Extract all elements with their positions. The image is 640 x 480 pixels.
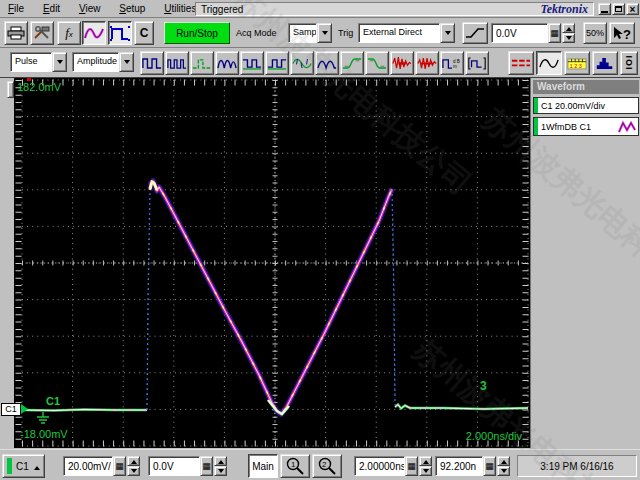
meas-pos-width-button[interactable] [140,51,164,75]
spin-up-button[interactable] [419,456,432,466]
vertical-scale-keypad-button[interactable]: ▦ [113,456,126,476]
meas-dbm-button[interactable]: d Bm [440,51,464,75]
mag1-zoom-button[interactable]: 1 [280,454,310,478]
vertical-offset-field[interactable]: 0.0V [148,456,200,476]
arrow-down-icon [218,469,224,476]
c-button-label: C [140,26,149,40]
context-help-button[interactable]: ? [609,22,635,44]
menu-view[interactable]: View [71,0,109,16]
channel-select-button[interactable]: C1 [2,454,45,478]
minimize-button[interactable] [598,3,611,15]
cursors-button[interactable] [508,51,534,75]
spin-up-button[interactable] [497,456,510,466]
spin-up-button[interactable] [127,456,140,466]
menu-edit[interactable]: Edit [35,0,68,16]
tools-icon [33,26,51,40]
meas-high-button[interactable] [240,51,264,75]
meas-noise-button[interactable] [290,51,314,75]
channel-color-stripe [534,98,538,113]
trig-label: Trig [338,26,353,38]
run-stop-button[interactable]: Run/Stop [164,22,230,44]
spin-up-button[interactable] [214,456,227,466]
noisy-wave-icon [292,56,312,71]
trigger-position-field[interactable]: 92.200n [435,456,483,476]
measure-123-icon: 1 2 3 [567,56,587,71]
graticule-display: 182.0mV -18.00mV 2.000ns/div 3 C1 [14,78,530,448]
histogram-button[interactable] [592,51,618,75]
top-voltage-label: 182.0mV [17,81,61,93]
meas-single-pulse-button[interactable] [190,51,214,75]
acq-mode-value: Sample [288,23,317,43]
spin-up-button[interactable] [562,23,575,33]
math-fx-button[interactable]: fx [57,21,81,45]
measure-class-dropdown-button[interactable] [52,52,67,72]
meas-amplitude-button[interactable] [315,51,339,75]
horizontal-scale-field[interactable]: 2.00000ns [354,456,405,476]
svg-text:2: 2 [322,460,327,469]
spin-down-button[interactable] [214,466,227,476]
meas-gated-button[interactable] [465,51,489,75]
c-button[interactable]: C [134,21,154,45]
measure-type-select[interactable]: Amplitude [72,52,134,72]
meas-jitter-button[interactable] [390,51,414,75]
restore-button[interactable] [612,3,625,15]
trig-slope-button[interactable] [462,22,488,44]
trig-source-dropdown-button[interactable] [440,23,455,43]
waveform-scale-row[interactable]: C1 20.00mV/div [533,97,639,114]
measure-readout-button[interactable]: 1 2 3 [564,51,590,75]
vertical-scale-value: 20.00mV/ [68,461,111,472]
set-level-50-button[interactable]: 50% [583,22,607,44]
keypad-icon: ▦ [407,461,416,471]
acq-mode-dropdown-button[interactable] [317,23,332,43]
chevron-down-icon [57,60,63,67]
measure-class-select[interactable]: Pulse [10,52,67,72]
acq-mode-select[interactable]: Sample [288,23,332,43]
trig-level-keypad-button[interactable]: ▦ [548,23,561,43]
rising-edge-icon [465,26,485,40]
spin-down-button[interactable] [419,466,432,476]
trigger-position-keypad-button[interactable]: ▦ [483,456,496,476]
vertical-offset-spinner [214,456,227,476]
eye-mask-button[interactable]: IOI [620,51,638,75]
meas-fall-time-button[interactable] [365,51,389,75]
trig-level-field[interactable]: 0.0V [491,23,548,43]
level-50-label: 50% [586,28,604,38]
meas-eye-noise-button[interactable] [415,51,439,75]
restore-icon [615,6,622,12]
horizontal-scale-keypad-button[interactable]: ▦ [405,456,418,476]
vertical-offset-value: 0.0V [153,461,174,472]
pulse-mode-button[interactable] [108,21,132,45]
magnifier-1-icon: 1 [285,457,305,475]
channel-position-badge[interactable]: C1 [1,403,21,416]
menu-setup[interactable]: Setup [111,0,153,16]
sine-wave-icon [539,56,559,71]
spin-down-button[interactable] [562,33,575,43]
meas-rise-time-button[interactable] [340,51,364,75]
vertical-position-tab[interactable] [7,81,14,98]
pulse-train-icon [142,56,162,71]
vertical-offset-keypad-button[interactable]: ▦ [200,456,213,476]
spin-down-button[interactable] [127,466,140,476]
print-button[interactable] [4,21,28,45]
measure-type-value: Amplitude [72,52,119,72]
meas-period-button[interactable] [215,51,239,75]
waveform-view-button[interactable] [536,51,562,75]
meas-low-button[interactable] [265,51,289,75]
close-button[interactable]: × [626,3,639,15]
arrow-up-icon [34,463,40,470]
datetime-text: 3:19 PM 6/16/16 [540,461,613,472]
waveform-display-button[interactable] [82,21,106,45]
utility-tools-button[interactable] [30,21,54,45]
trig-source-select[interactable]: External Direct [358,23,455,43]
wfmdb-row[interactable]: 1WfmDB C1 [533,117,639,136]
main-timebase-button[interactable]: Main [248,454,278,478]
meas-neg-width-button[interactable] [165,51,189,75]
svg-text:d B: d B [453,58,460,63]
vertical-scale-field[interactable]: 20.00mV/ [63,456,113,476]
menu-file[interactable]: File [0,0,32,16]
waveform-panel: Waveform C1 20.00mV/div 1WfmDB C1 [530,78,640,448]
spin-down-button[interactable] [497,466,510,476]
close-icon: × [630,5,636,14]
mag2-zoom-button[interactable]: 2 [312,454,342,478]
measure-type-dropdown-button[interactable] [119,52,134,72]
